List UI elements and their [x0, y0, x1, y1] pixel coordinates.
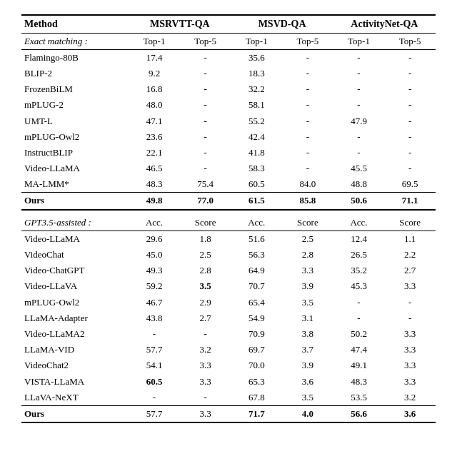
method-cell: mPLUG-2 [21, 97, 129, 113]
data-cell: - [384, 66, 436, 81]
data-cell: 3.6 [282, 374, 333, 390]
exact-subheader-row: Exact matching : Top-1 Top-5 Top-1 Top-5… [21, 33, 436, 49]
data-cell: - [333, 145, 385, 161]
msrvtt-header: MSRVTT-QA [129, 15, 231, 33]
data-cell: 65.3 [231, 374, 282, 390]
gpt-subheader-cell: Score [282, 210, 333, 231]
ours-row-exact: Ours49.877.061.585.850.671.1 [21, 193, 436, 210]
data-cell: - [180, 113, 231, 129]
data-cell: 23.6 [129, 129, 180, 145]
gpt-subheader-cell: Score [384, 210, 436, 231]
data-cell: 64.9 [231, 263, 282, 278]
data-cell: 42.4 [231, 129, 282, 145]
table-row: mPLUG-Owl223.6-42.4--- [21, 129, 436, 145]
data-cell: 32.2 [231, 81, 282, 97]
table-row: VideoChat45.02.556.32.826.52.2 [21, 247, 436, 263]
table-row: VideoChat254.13.370.03.949.13.3 [21, 358, 436, 373]
data-cell: 48.3 [333, 374, 385, 390]
table-row: Video-LLaMA46.5-58.3-45.5- [21, 161, 436, 176]
ours-method-gpt: Ours [21, 405, 129, 422]
data-cell: 2.8 [282, 247, 333, 263]
data-cell: 51.6 [231, 231, 282, 247]
activitynet-header: ActivityNet-QA [333, 15, 436, 33]
method-cell: Video-LLaVA [21, 278, 129, 294]
data-cell: 22.1 [129, 145, 180, 161]
data-cell: 65.4 [231, 295, 282, 310]
data-cell: 35.6 [231, 49, 282, 66]
table-row: MA-LMM*48.375.460.584.048.869.5 [21, 176, 436, 193]
data-cell: 1.8 [180, 231, 231, 247]
data-cell: - [384, 97, 436, 113]
method-cell: InstructBLIP [21, 145, 129, 161]
table-row: Flamingo-80B17.4-35.6--- [21, 49, 436, 66]
data-cell: 69.7 [231, 342, 282, 358]
data-cell: - [333, 49, 385, 66]
data-cell: - [180, 145, 231, 161]
main-header-row: Method MSRVTT-QA MSVD-QA ActivityNet-QA [21, 15, 436, 33]
data-cell: - [282, 81, 333, 97]
data-cell: 9.2 [129, 66, 180, 81]
gpt-subheader-cell: Acc. [231, 210, 282, 231]
ours-data-cell: 57.7 [129, 405, 180, 422]
data-cell: - [333, 81, 385, 97]
ours-data-cell: 77.0 [180, 193, 231, 210]
data-cell: 2.7 [384, 263, 436, 278]
data-cell: - [333, 310, 385, 326]
table-row: Video-ChatGPT49.32.864.93.335.22.7 [21, 263, 436, 278]
data-cell: - [282, 97, 333, 113]
method-cell: FrozenBiLM [21, 81, 129, 97]
data-cell: - [384, 310, 436, 326]
table-row: InstructBLIP22.1-41.8--- [21, 145, 436, 161]
data-cell: 2.5 [282, 231, 333, 247]
data-cell: 54.1 [129, 358, 180, 373]
data-cell: 84.0 [282, 176, 333, 193]
data-cell: 47.9 [333, 113, 385, 129]
data-cell: - [180, 49, 231, 66]
data-cell: - [282, 49, 333, 66]
data-cell: 58.1 [231, 97, 282, 113]
gpt-subheader-cell: Score [180, 210, 231, 231]
ours-data-cell: 71.1 [384, 193, 436, 210]
data-cell: - [129, 390, 180, 406]
data-cell: 43.8 [129, 310, 180, 326]
data-cell: - [384, 295, 436, 310]
data-cell: 58.3 [231, 161, 282, 176]
table-row: UMT-L47.1-55.2-47.9- [21, 113, 436, 129]
data-cell: 1.1 [384, 231, 436, 247]
data-cell: 45.0 [129, 247, 180, 263]
data-cell: 69.5 [384, 176, 436, 193]
ours-data-cell: 4.0 [282, 405, 333, 422]
exact-msrvtt-top5-header: Top-5 [180, 33, 231, 49]
data-cell: - [180, 66, 231, 81]
data-cell: 16.8 [129, 81, 180, 97]
data-cell: - [384, 81, 436, 97]
data-cell: 56.3 [231, 247, 282, 263]
data-cell: 47.4 [333, 342, 385, 358]
table-row: LLaMA-VID57.73.269.73.747.43.3 [21, 342, 436, 358]
data-cell: 3.3 [384, 358, 436, 373]
table-row: mPLUG-Owl246.72.965.43.5-- [21, 295, 436, 310]
data-cell: 29.6 [129, 231, 180, 247]
data-cell: 2.2 [384, 247, 436, 263]
method-cell: LLaVA-NeXT [21, 390, 129, 406]
method-cell: UMT-L [21, 113, 129, 129]
gpt-subheader-cell: Acc. [129, 210, 180, 231]
data-cell: 70.9 [231, 326, 282, 342]
data-cell: 3.9 [282, 358, 333, 373]
data-cell: - [333, 66, 385, 81]
data-cell: 3.3 [384, 342, 436, 358]
data-cell: - [282, 113, 333, 129]
gpt-section-label: GPT3.5-assisted : [21, 210, 129, 231]
exact-section-label: Exact matching : [21, 33, 129, 49]
data-cell: 60.5 [231, 176, 282, 193]
data-cell: - [384, 113, 436, 129]
gpt-subheader-cell: Acc. [333, 210, 385, 231]
method-cell: VideoChat2 [21, 358, 129, 373]
ours-data-cell: 3.3 [180, 405, 231, 422]
data-cell: 70.0 [231, 358, 282, 373]
method-cell: Video-ChatGPT [21, 263, 129, 278]
data-cell: - [384, 161, 436, 176]
msvd-header: MSVD-QA [231, 15, 333, 33]
method-cell: MA-LMM* [21, 176, 129, 193]
data-cell: 70.7 [231, 278, 282, 294]
